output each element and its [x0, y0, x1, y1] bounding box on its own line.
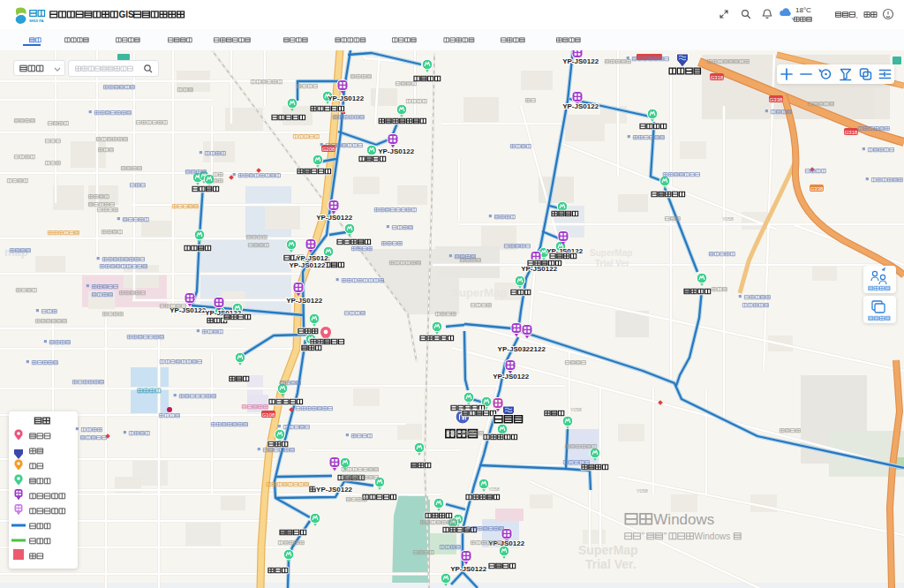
svg-text:G318: G318: [711, 75, 724, 80]
svg-text:G338: G338: [770, 97, 783, 102]
svg-text:G208: G208: [322, 147, 335, 152]
svg-text:G338: G338: [810, 186, 824, 192]
svg-text:G108: G108: [262, 412, 275, 418]
svg-text:G318: G318: [845, 130, 858, 135]
